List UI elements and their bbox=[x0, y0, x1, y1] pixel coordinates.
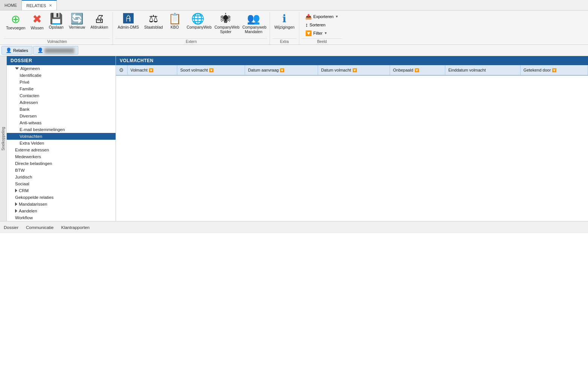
save-icon: 💾 bbox=[50, 14, 63, 24]
ribbon-filter[interactable]: 🔽 Filter ▼ bbox=[303, 29, 341, 37]
sidebar-item-juridisch[interactable]: Juridisch bbox=[7, 174, 116, 180]
exporteren-label: Exporteren bbox=[313, 14, 334, 19]
ribbon-companyweb-spider[interactable]: 🕷 CompanyWeb Spider bbox=[212, 12, 239, 35]
sorteren-label: Sorteren bbox=[309, 23, 325, 27]
table-header-row: ⚙ Volmacht 🔽 Soort volmacht 🔽 bbox=[116, 65, 588, 75]
ribbon-opslaan[interactable]: 💾 Opslaan bbox=[47, 12, 66, 31]
table-area[interactable]: ⚙ Volmacht 🔽 Soort volmacht 🔽 bbox=[116, 65, 588, 221]
ribbon-admin-dms[interactable]: 🅰 Admin-DMS bbox=[115, 12, 141, 31]
user-tab-text: ██████████ bbox=[45, 48, 74, 53]
tab-home[interactable]: HOME bbox=[0, 0, 22, 10]
ribbon-companyweb[interactable]: 🌐 CompanyWeb bbox=[184, 12, 212, 31]
ribbon-staatsblad[interactable]: ⚖ Staatsblad bbox=[142, 12, 165, 31]
sidebar-item-medewerkers[interactable]: Medewerkers bbox=[7, 153, 116, 160]
th-onbepaald: Onbepaald 🔽 bbox=[390, 65, 445, 75]
sidebar-item-bank[interactable]: Bank bbox=[7, 106, 116, 113]
doc-tabs-bar: 👤 Relaties 👤 ██████████ bbox=[0, 45, 588, 56]
tri-closed-icon-aandelen bbox=[15, 209, 17, 213]
sidebar-item-aandelen[interactable]: Aandelen bbox=[7, 208, 116, 214]
ribbon-wissen[interactable]: ✖ Wissen bbox=[28, 12, 46, 32]
exporteren-icon: 📤 bbox=[305, 14, 312, 20]
sidebar-item-crm[interactable]: CRM bbox=[7, 187, 116, 194]
sidebar-item-familie[interactable]: Familie bbox=[7, 85, 116, 92]
sidebar-item-anti-witwas[interactable]: Anti-witwas bbox=[7, 119, 116, 126]
top-bar: HOME RELATIES ✕ bbox=[0, 0, 588, 11]
th-datum-volmacht: Datum volmacht 🔽 bbox=[318, 65, 390, 75]
ribbon-toevoegen[interactable]: ⊕ Toevoegen bbox=[4, 12, 27, 32]
sidebar-item-workflow[interactable]: Workflow bbox=[7, 214, 116, 221]
tab-relaties[interactable]: RELATIES ✕ bbox=[22, 0, 57, 10]
sidebar-item-diversen[interactable]: Diversen bbox=[7, 113, 116, 119]
sidebar-item-volmachten[interactable]: Volmachten bbox=[7, 133, 116, 140]
th-settings[interactable]: ⚙ bbox=[116, 65, 127, 75]
companyweb-spider-label: CompanyWeb Spider bbox=[215, 25, 237, 34]
ribbon-content: ⊕ Toevoegen ✖ Wissen 💾 Opslaan 🔄 Vernieu… bbox=[0, 11, 588, 44]
th-soort-volmacht: Soort volmacht 🔽 bbox=[177, 65, 245, 75]
sidebar-item-directe-belastingen[interactable]: Directe belastingen bbox=[7, 160, 116, 167]
ribbon-exporteren[interactable]: 📤 Exporteren ▼ bbox=[303, 13, 341, 20]
settings-gear-icon[interactable]: ⚙ bbox=[119, 67, 124, 73]
companyweb-label: CompanyWeb bbox=[187, 25, 209, 29]
volmacht-col-label: Volmacht bbox=[131, 68, 148, 72]
ribbon-items-volmachten: ⊕ Toevoegen ✖ Wissen 💾 Opslaan 🔄 Vernieu… bbox=[4, 12, 110, 38]
ribbon-items-extra: ℹ Wijzigingen bbox=[272, 12, 297, 38]
onbepaald-col-label: Onbepaald bbox=[393, 68, 413, 72]
ribbon-group-extern: 🅰 Admin-DMS ⚖ Staatsblad 📋 KBO 🌐 Company… bbox=[113, 12, 270, 44]
soort-volmacht-filter-icon[interactable]: 🔽 bbox=[209, 68, 213, 72]
onbepaald-filter-icon[interactable]: 🔽 bbox=[414, 68, 419, 72]
datum-aanvraag-filter-icon[interactable]: 🔽 bbox=[280, 68, 284, 72]
admin-dms-icon: 🅰 bbox=[123, 14, 134, 24]
filter-icon: 🔽 bbox=[305, 30, 312, 36]
ribbon-items-extern: 🅰 Admin-DMS ⚖ Staatsblad 📋 KBO 🌐 Company… bbox=[115, 12, 267, 38]
wijzigingen-label: Wijzigingen bbox=[274, 25, 295, 29]
sidebar-item-externe-adressen[interactable]: Externe adressen bbox=[7, 147, 116, 153]
mandatarissen-label: Mandatarissen bbox=[19, 202, 47, 206]
sidebar-item-sociaal[interactable]: Sociaal bbox=[7, 180, 116, 187]
einddatum-volmacht-col-label: Einddatum volmacht bbox=[448, 68, 486, 72]
kbo-icon: 📋 bbox=[168, 14, 181, 24]
th-datum-aanvraag: Datum aanvraag 🔽 bbox=[245, 65, 318, 75]
th-einddatum-volmacht: Einddatum volmacht bbox=[445, 65, 520, 75]
ribbon-companyweb-mandaten[interactable]: 👥 Companyweb Mandaten bbox=[240, 12, 267, 35]
ribbon-kbo[interactable]: 📋 KBO bbox=[166, 12, 184, 31]
sidebar-item-algemeen[interactable]: Algemeen bbox=[7, 65, 116, 72]
bottom-tab-klantrapporten[interactable]: Klantrapporten bbox=[61, 224, 89, 231]
snap-bar[interactable]: Snelkoppeling bbox=[0, 56, 7, 221]
ribbon-afdrukken[interactable]: 🖨 Afdrukken bbox=[88, 12, 110, 31]
relaties-tab-label: RELATIES bbox=[26, 3, 46, 8]
sidebar-item-contacten[interactable]: Contacten bbox=[7, 92, 116, 99]
extern-group-label: Extern bbox=[115, 38, 267, 44]
sidebar-item-prive[interactable]: Privé bbox=[7, 79, 116, 85]
getekend-door-col-label: Getekend door bbox=[524, 68, 551, 72]
ribbon-sorteren[interactable]: ↕ Sorteren bbox=[303, 21, 341, 29]
doc-tab-user[interactable]: 👤 ██████████ bbox=[33, 46, 78, 55]
sidebar: DOSSIER Algemeen Identificatie Privé Fam… bbox=[7, 56, 116, 221]
volmacht-filter-icon[interactable]: 🔽 bbox=[149, 68, 153, 72]
relaties-tab-icon: 👤 bbox=[6, 47, 12, 53]
companyweb-mandaten-label: Companyweb Mandaten bbox=[242, 25, 265, 34]
companyweb-icon: 🌐 bbox=[191, 14, 204, 24]
sidebar-item-adressen[interactable]: Adressen bbox=[7, 99, 116, 106]
bottom-tab-dossier[interactable]: Dossier bbox=[4, 224, 18, 231]
sidebar-item-email[interactable]: E-mail bestemmelingen bbox=[7, 126, 116, 133]
sidebar-item-extra-velden[interactable]: Extra Velden bbox=[7, 140, 116, 147]
sidebar-item-btw[interactable]: BTW bbox=[7, 167, 116, 174]
afdrukken-label: Afdrukken bbox=[90, 25, 108, 29]
relaties-tab-text: Relaties bbox=[13, 48, 28, 53]
datum-volmacht-filter-icon[interactable]: 🔽 bbox=[352, 68, 357, 72]
sidebar-item-identificatie[interactable]: Identificatie bbox=[7, 72, 116, 79]
ribbon-wijzigingen[interactable]: ℹ Wijzigingen bbox=[272, 12, 297, 31]
main-layout: Snelkoppeling DOSSIER Algemeen Identific… bbox=[0, 56, 588, 221]
getekend-door-filter-icon[interactable]: 🔽 bbox=[552, 68, 556, 72]
bottom-tab-communicatie[interactable]: Communicatie bbox=[26, 224, 54, 231]
doc-tab-relaties[interactable]: 👤 Relaties bbox=[2, 46, 32, 55]
ribbon-vernieuw[interactable]: 🔄 Vernieuw bbox=[67, 12, 87, 31]
ribbon-group-extra: ℹ Wijzigingen Extra bbox=[270, 12, 300, 44]
delete-icon: ✖ bbox=[32, 14, 42, 25]
sidebar-item-mandatarissen[interactable]: Mandatarissen bbox=[7, 201, 116, 208]
tab-close-icon[interactable]: ✕ bbox=[49, 3, 52, 8]
staatsblad-icon: ⚖ bbox=[149, 14, 158, 24]
volmachten-group-label: Volmachten bbox=[4, 38, 110, 44]
kbo-label: KBO bbox=[171, 25, 179, 29]
sidebar-item-gekoppelde-relaties[interactable]: Gekoppelde relaties bbox=[7, 194, 116, 201]
